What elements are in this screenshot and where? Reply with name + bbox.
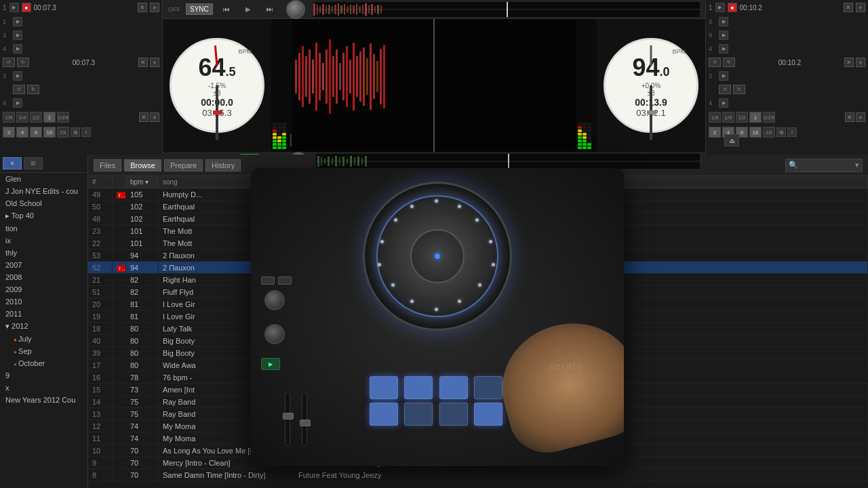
th-num[interactable]: # <box>88 176 113 188</box>
table-row[interactable]: 20 81 I Love Gir www.mixshowtools.com FO… <box>88 298 868 310</box>
deck-right-plus2[interactable]: + <box>856 58 865 67</box>
prepare-btn[interactable]: Prepare <box>164 159 203 171</box>
deck-right-grid-btn[interactable]: ⊞ <box>776 127 786 137</box>
deck-right-play-btn[interactable]: ▶ <box>715 3 725 12</box>
table-row[interactable]: 11 74 My Moma www.mixshowtools.com FOR P… <box>88 432 868 445</box>
grid-view-btn[interactable]: ⊞ <box>24 157 43 169</box>
deck-right-loop-icon[interactable]: ↺ <box>709 58 721 67</box>
next-btn-left[interactable]: ⏭ <box>262 3 278 16</box>
sidebar-item-2012[interactable]: ▾ 2012 <box>0 320 87 333</box>
deck-right-q6[interactable]: 2 <box>709 127 721 138</box>
deck-left-q9[interactable]: 16 <box>43 127 56 138</box>
deck-right-qplus[interactable]: + <box>856 113 865 122</box>
deck-right-q5[interactable]: 1/2X <box>763 112 775 123</box>
deck-right-key-btn[interactable]: ♯ <box>787 127 797 137</box>
th-song[interactable]: song <box>159 176 294 188</box>
sidebar-item-2008[interactable]: 2008 <box>0 271 87 283</box>
sidebar-item-ix[interactable]: ix <box>0 235 87 247</box>
deck-right-rec-btn[interactable]: ■ <box>728 3 737 12</box>
deck-right-lr[interactable]: ↺ <box>719 85 731 94</box>
table-row[interactable]: 10 70 As Long As You Love Me [Intro - Cl… <box>88 445 868 457</box>
history-btn[interactable]: History <box>205 159 241 171</box>
deck-right-q9[interactable]: 16 <box>749 127 762 138</box>
deck-left-loop-icon[interactable]: ↺ <box>3 58 15 67</box>
deck-left-qplus[interactable]: + <box>150 113 159 122</box>
volume-knob-left[interactable] <box>286 0 305 19</box>
sidebar-item-x[interactable]: x <box>0 382 87 394</box>
deck-right-r2-btn[interactable]: ▶ <box>719 17 728 26</box>
search-dropdown-icon[interactable]: ▾ <box>855 161 859 169</box>
eject-btn-right[interactable]: ⏏ <box>724 134 739 146</box>
deck-left-r7-btn[interactable]: ▶ <box>13 98 22 108</box>
sidebar-item-tion[interactable]: tion <box>0 222 87 235</box>
files-btn[interactable]: Files <box>94 159 121 171</box>
deck-right-q1[interactable]: 1/8 <box>709 112 721 123</box>
deck-right-q4[interactable]: 1 <box>749 112 762 123</box>
deck-right-qx[interactable]: ✕ <box>845 113 854 122</box>
deck-left-q1[interactable]: 1/8 <box>3 112 15 123</box>
sidebar-item-2011[interactable]: 2011 <box>0 308 87 320</box>
deck-left-close2[interactable]: ✕ <box>138 58 148 67</box>
deck-left-q7[interactable]: 4 <box>16 127 28 138</box>
deck-left-add-btn[interactable]: + <box>150 3 159 12</box>
deck-right-q2[interactable]: 1/4 <box>722 112 734 123</box>
sidebar-item-sep[interactable]: Sep <box>0 345 87 357</box>
sidebar-item-top40[interactable]: ▸ Top 40 <box>0 209 87 222</box>
deck-left-q8[interactable]: 8 <box>30 127 42 138</box>
table-row[interactable]: 12 74 My Moma www.mixshowtools.com FOR P… <box>88 420 868 432</box>
sidebar-item-2010[interactable]: 2010 <box>0 296 87 308</box>
search-input[interactable] <box>801 160 855 171</box>
table-row[interactable]: 15 73 Amen [Int www.mixshowtools.com FOR… <box>88 384 868 396</box>
deck-right-q10[interactable]: 2X <box>763 127 775 138</box>
sidebar-item-thly[interactable]: thly <box>0 247 87 259</box>
table-row[interactable]: 9 70 Mercy [Intro - Clean] G.O.O.D. Musi… <box>88 457 868 469</box>
table-row[interactable]: 40 80 Big Booty www.mixshowtools.com FOR… <box>88 335 868 347</box>
deck-left-row2-btn[interactable]: ▶ <box>13 17 22 26</box>
table-row[interactable]: 18 80 Lafy Talk www.mixshowtools.com FOR… <box>88 323 868 335</box>
deck-left-row3-btn[interactable]: ▶ <box>13 30 22 40</box>
deck-right-lr2[interactable]: ↻ <box>733 85 745 94</box>
table-row[interactable]: 17 80 Wide Awa www.mixshowtools.com FOR … <box>88 359 868 371</box>
deck-left-grid-btn[interactable]: ⊞ <box>71 127 80 137</box>
deck-right-close2[interactable]: ✕ <box>844 58 854 67</box>
deck-right-add-btn[interactable]: + <box>856 3 865 12</box>
deck-left-loop-r[interactable]: ↺ <box>13 85 25 94</box>
table-row[interactable]: 22 101 The Mott www.mixshowtools.com FOR… <box>88 237 868 249</box>
deck-left-loop-r2[interactable]: ↻ <box>27 85 39 94</box>
deck-left-q5[interactable]: 1/2X <box>57 112 69 123</box>
sidebar-item-9[interactable]: 9 <box>0 369 87 382</box>
table-row[interactable]: 39 80 Big Booty www.mixshowtools.com FOR… <box>88 347 868 359</box>
table-row[interactable]: 51 82 Fluff Flyd www.mixshowtools.com FO… <box>88 286 868 298</box>
sync-btn-left[interactable]: SYNC <box>186 3 213 15</box>
deck-left-row4-btn[interactable]: ▶ <box>13 44 22 54</box>
table-row[interactable]: 8 70 Same Damn Time [Intro - Dirty] Futu… <box>88 469 868 481</box>
pitch-fader-right[interactable] <box>650 85 652 140</box>
deck-left-r5-btn[interactable]: ▶ <box>13 71 22 81</box>
sidebar-item-oldschool[interactable]: Old School <box>0 197 87 209</box>
list-view-btn[interactable]: ≡ <box>3 157 22 169</box>
sidebar-item-jon[interactable]: J Jon NYE Edits - cou <box>0 185 87 197</box>
deck-left-q10[interactable]: 2X <box>57 127 69 138</box>
deck-left-cue-icon[interactable]: ↻ <box>17 58 29 67</box>
deck-left-rec-btn[interactable]: ■ <box>22 3 31 12</box>
sidebar-item-glen[interactable]: Glen <box>0 173 87 185</box>
table-row[interactable]: 49 red 105 Humpty D... www.mixshowtools.… <box>88 188 868 201</box>
deck-left-qx[interactable]: ✕ <box>139 113 149 122</box>
th-bpm[interactable]: bpm ▾ <box>126 176 159 188</box>
sidebar-item-october[interactable]: October <box>0 357 87 369</box>
sidebar-item-2007[interactable]: 2007 <box>0 259 87 271</box>
deck-right-cue-icon[interactable]: ↻ <box>723 58 735 67</box>
table-row[interactable]: 13 75 Ray Band www.mixshowtools.com FOR … <box>88 408 868 420</box>
th-album[interactable]: album <box>294 176 868 188</box>
deck-right-r4-btn[interactable]: ▶ <box>719 44 728 54</box>
table-row[interactable]: 53 94 2 Паuхоn www.mixshowtools.com FOR … <box>88 249 868 262</box>
table-row[interactable]: 16 78 76 bpm - <box>88 371 868 384</box>
deck-left-play-btn[interactable]: ▶ <box>9 3 19 12</box>
deck-left-q3[interactable]: 1/2 <box>30 112 42 123</box>
table-row[interactable]: 23 101 The Mott www.mixshowtools.com FOR… <box>88 225 868 237</box>
deck-right-close-btn[interactable]: ✕ <box>844 3 853 12</box>
pitch-fader-left[interactable] <box>216 85 218 140</box>
prev-btn-left[interactable]: ⏮ <box>218 3 235 16</box>
deck-left-key-btn[interactable]: ♯ <box>81 127 91 137</box>
deck-left-q6[interactable]: 2 <box>3 127 15 138</box>
